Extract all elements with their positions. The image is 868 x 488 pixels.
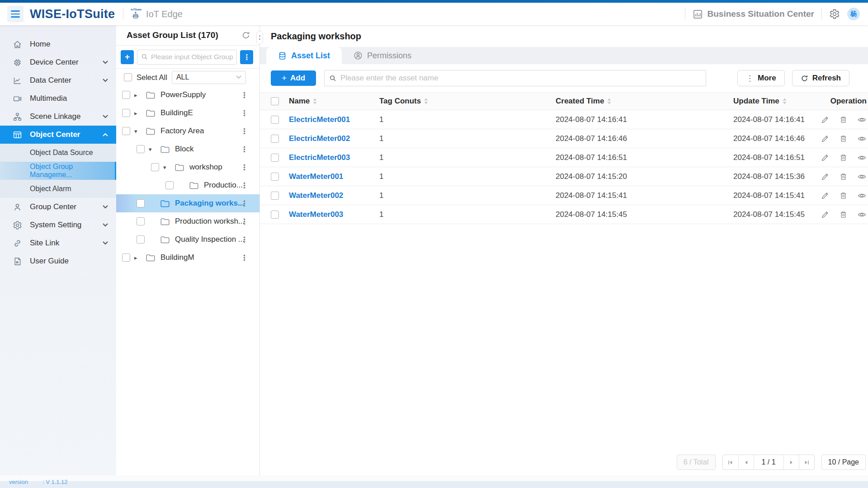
tree-node-powersupply[interactable]: ▸PowerSupply⋮	[116, 86, 259, 104]
view-icon[interactable]	[857, 172, 867, 181]
node-more-actions-icon[interactable]: ⋮	[241, 199, 248, 208]
row-checkbox[interactable]	[271, 173, 279, 181]
tree-node-checkbox[interactable]	[137, 145, 145, 153]
view-icon[interactable]	[857, 191, 867, 200]
delete-icon[interactable]	[839, 210, 848, 219]
sort-icon[interactable]	[424, 98, 428, 104]
column-header-created-time[interactable]: Created Time	[556, 97, 733, 106]
node-more-actions-icon[interactable]: ⋮	[241, 90, 248, 100]
tree-node-checkbox[interactable]	[151, 163, 159, 171]
tree-node-checkbox[interactable]	[122, 253, 130, 262]
tree-node-productio[interactable]: Productio...⋮	[116, 176, 259, 194]
tree-node-checkbox[interactable]	[165, 181, 174, 189]
column-header-tag-counts[interactable]: Tag Conuts	[379, 97, 556, 106]
node-more-actions-icon[interactable]: ⋮	[241, 253, 248, 263]
add-group-button[interactable]: +	[121, 50, 134, 64]
tab-asset-list[interactable]: Asset List	[266, 47, 342, 64]
node-more-actions-icon[interactable]: ⋮	[241, 163, 248, 172]
tree-node-buildingm[interactable]: ▸BuildingM⋮	[116, 249, 259, 267]
expander-collapsed-icon[interactable]: ▸	[134, 92, 146, 99]
user-avatar[interactable]: 杨	[847, 8, 860, 20]
edit-icon[interactable]	[821, 115, 830, 124]
group-more-actions-button[interactable]: ⋮	[240, 50, 253, 64]
sidebar-item-group-center[interactable]: Group Center	[0, 198, 116, 216]
asset-name-link[interactable]: WaterMeter003	[289, 210, 379, 219]
column-header-name[interactable]: Name	[289, 97, 379, 106]
view-icon[interactable]	[857, 153, 867, 162]
view-icon[interactable]	[857, 115, 867, 124]
view-icon[interactable]	[857, 210, 867, 219]
select-all-checkbox[interactable]	[124, 73, 132, 81]
expander-collapsed-icon[interactable]: ▸	[134, 254, 146, 261]
first-page-button[interactable]	[723, 455, 738, 469]
row-checkbox[interactable]	[271, 154, 279, 162]
delete-icon[interactable]	[839, 134, 848, 143]
edit-icon[interactable]	[821, 172, 830, 181]
tree-node-checkbox[interactable]	[122, 109, 130, 117]
tree-node-checkbox[interactable]	[122, 127, 130, 135]
column-header-update-time[interactable]: Update Time	[733, 97, 821, 106]
sort-icon[interactable]	[607, 98, 611, 104]
node-more-actions-icon[interactable]: ⋮	[241, 108, 248, 118]
expander-expanded-icon[interactable]: ▾	[134, 128, 146, 135]
last-page-button[interactable]	[799, 455, 814, 469]
node-more-actions-icon[interactable]: ⋮	[241, 145, 248, 154]
sidebar-item-site-link[interactable]: Site Link	[0, 234, 116, 252]
sort-icon[interactable]	[313, 98, 317, 104]
sidebar-item-scene-linkage[interactable]: Scene Linkage	[0, 108, 116, 126]
group-search-input[interactable]	[151, 53, 233, 61]
refresh-icon[interactable]	[241, 31, 250, 40]
sidebar-item-user-guide[interactable]: User Guide	[0, 252, 116, 270]
submenu-item-object-data-source[interactable]: Object Data Source	[0, 144, 116, 162]
more-button[interactable]: ⋮ More	[737, 70, 785, 86]
asset-name-link[interactable]: ElectricMeter002	[289, 134, 379, 143]
node-more-actions-icon[interactable]: ⋮	[241, 181, 248, 190]
row-checkbox[interactable]	[271, 211, 279, 219]
group-filter-select[interactable]: ALL	[172, 71, 246, 84]
tree-node-buildinge[interactable]: ▸BuildingE⋮	[116, 104, 259, 122]
add-asset-button[interactable]: + Add	[271, 70, 316, 86]
edit-icon[interactable]	[821, 191, 830, 200]
edit-icon[interactable]	[821, 153, 830, 162]
edit-icon[interactable]	[821, 134, 830, 143]
prev-page-button[interactable]	[738, 455, 754, 469]
sidebar-item-home[interactable]: Home	[0, 35, 116, 53]
tree-node-block[interactable]: ▾Block⋮	[116, 140, 259, 158]
sidebar-item-system-setting[interactable]: System Setting	[0, 216, 116, 234]
tree-node-checkbox[interactable]	[137, 217, 145, 225]
node-more-actions-icon[interactable]: ⋮	[241, 235, 248, 244]
asset-name-link[interactable]: ElectricMeter003	[289, 153, 379, 162]
tree-node-checkbox[interactable]	[137, 235, 145, 244]
sidebar-item-object-center[interactable]: Object Center	[0, 126, 116, 144]
next-page-button[interactable]	[783, 455, 799, 469]
expander-collapsed-icon[interactable]: ▸	[134, 110, 146, 117]
settings-gear-icon[interactable]	[829, 9, 840, 19]
submenu-item-object-alarm[interactable]: Object Alarm	[0, 180, 116, 198]
delete-icon[interactable]	[839, 191, 848, 200]
page-size-select[interactable]: 10 / Page	[821, 455, 866, 470]
panel-resize-handle[interactable]	[256, 31, 263, 44]
expander-expanded-icon[interactable]: ▾	[163, 164, 175, 171]
tree-node-production-worksh[interactable]: Production worksh...⋮	[116, 212, 259, 230]
refresh-button[interactable]: Refresh	[792, 70, 849, 86]
sidebar-item-multimedia[interactable]: Multimedia	[0, 89, 116, 108]
sidebar-item-data-center[interactable]: Data Center	[0, 71, 116, 89]
delete-icon[interactable]	[839, 153, 848, 162]
hamburger-menu-icon[interactable]	[7, 6, 24, 22]
tree-node-packaging-works[interactable]: Packaging works...⋮	[116, 194, 259, 212]
sort-icon[interactable]	[783, 98, 787, 104]
view-icon[interactable]	[857, 134, 867, 143]
tree-node-factory-area[interactable]: ▾Factory Area⋮	[116, 122, 259, 140]
asset-name-link[interactable]: ElectricMeter001	[289, 115, 379, 124]
row-checkbox[interactable]	[271, 135, 279, 143]
delete-icon[interactable]	[839, 172, 848, 181]
tree-node-checkbox[interactable]	[137, 199, 145, 207]
expander-expanded-icon[interactable]: ▾	[149, 146, 160, 153]
business-situation-center-link[interactable]: Business Situation Center	[693, 9, 815, 19]
tree-node-quality-inspection[interactable]: Quality Inspection ...⋮	[116, 230, 259, 249]
tree-node-checkbox[interactable]	[122, 91, 130, 99]
tab-permissions[interactable]: Permissions	[342, 47, 423, 64]
row-checkbox[interactable]	[271, 116, 279, 124]
asset-search-input[interactable]	[340, 74, 701, 83]
row-checkbox[interactable]	[271, 192, 279, 200]
